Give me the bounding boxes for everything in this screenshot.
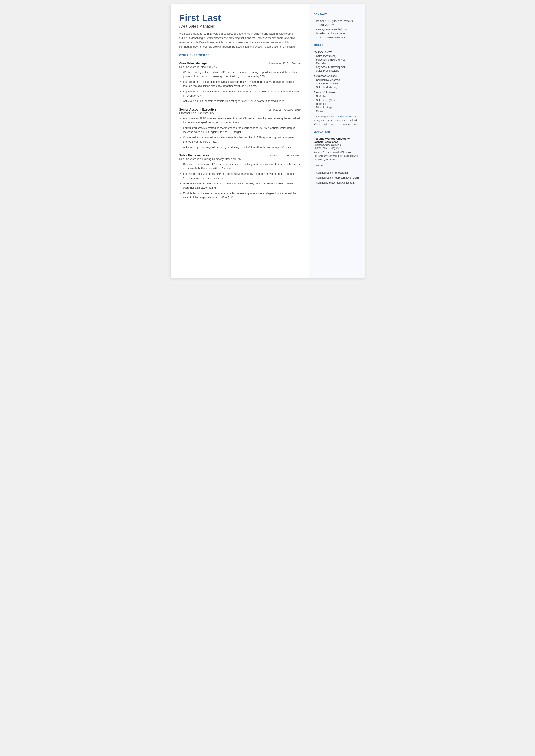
other-item-0: Certified Sales Professional.	[314, 171, 360, 175]
contact-divider	[314, 17, 360, 17]
contact-item-3: linkedin.com/in/username	[314, 32, 360, 35]
skill-0-2: Marketing	[314, 62, 360, 65]
other-item-2: Certified Management Consultant.	[314, 181, 360, 185]
skill-0-0: Sales (Advanced)	[314, 55, 360, 58]
job-block-3: Sales Representative June 2010 – January…	[179, 154, 301, 200]
bullet-2-3: Conceived and executed new sales strateg…	[179, 136, 301, 144]
education-block: Resume Worded University Bachelor of Sci…	[314, 137, 360, 162]
skill-1-0: Competitive Analysis	[314, 78, 360, 81]
job-company-1: Resume Worded, New York, NY	[179, 66, 301, 69]
left-column: First Last Area Sales Manager Area sales…	[171, 4, 309, 278]
skills-section-title: SKILLS	[314, 44, 360, 46]
bullet-3-4: Contributed to the overall company profi…	[179, 191, 301, 200]
edu-loc-date: Boston, MA — May 2010	[314, 147, 360, 150]
candidate-name: First Last	[179, 13, 301, 23]
bullet-3-3: Gained SalesForce MVP for consistently s…	[179, 182, 301, 190]
skill-1-2: Sales & Marketing	[314, 86, 360, 89]
contact-item-1: +1-234-456-789	[314, 24, 360, 27]
other-divider	[314, 168, 360, 168]
skill-0-1: Forecasting (Experienced)	[314, 58, 360, 61]
right-column: CONTACT Memphis, TN (Open to Remote) +1-…	[309, 4, 365, 278]
job-header-3: Sales Representative June 2010 – January…	[179, 154, 301, 157]
summary-text: Area sales manager with 10 years of succ…	[179, 32, 301, 49]
job-dates-1: November 2015 – Present	[269, 62, 301, 65]
bullet-3-1: Received referrals from 1.9K satisfied c…	[179, 162, 301, 171]
skill-2-1: Salesforce (CRM)	[314, 99, 360, 102]
job-block-2: Senior Account Executive June 2013 – Oct…	[179, 108, 301, 150]
job-block-1: Area Sales Manager November 2015 – Prese…	[179, 62, 301, 103]
bullet-1-4: Achieved an 80% customer satisfaction ra…	[179, 99, 301, 103]
contact-item-4: github.com/resumeworded	[314, 36, 360, 39]
work-experience-divider	[179, 58, 301, 58]
other-section-title: OTHER	[314, 164, 360, 167]
work-experience-section-title: WORK EXPERIENCE	[179, 54, 301, 57]
job-title-1: Area Sales Manager	[179, 62, 208, 65]
bullet-1-3: Implemented 14 sales strategies that boo…	[179, 90, 301, 98]
candidate-title: Area Sales Manager	[179, 24, 301, 29]
skill-0-3: Key Account Development	[314, 66, 360, 69]
bullet-1-2: Launched and executed innovative sales p…	[179, 80, 301, 88]
resume-worded-link[interactable]: Resume Worded	[336, 115, 354, 118]
education-section-title: EDUCATION	[314, 130, 360, 133]
contact-item-2: email@resumeworded.com	[314, 28, 360, 31]
skills-list-1: Competitive Analysis Sales Effectiveness…	[314, 78, 360, 89]
job-bullets-3: Received referrals from 1.9K satisfied c…	[179, 162, 301, 200]
resume-page: First Last Area Sales Manager Area sales…	[171, 4, 365, 278]
job-bullets-1: Worked directly in the field with 230 sa…	[179, 70, 301, 103]
job-header-2: Senior Account Executive June 2013 – Oct…	[179, 108, 301, 111]
job-dates-2: June 2013 – October 2015	[269, 108, 300, 111]
skill-1-1: Sales Effectiveness	[314, 82, 360, 85]
contact-section-title: CONTACT	[314, 13, 360, 15]
skill-2-2: HubSpot	[314, 102, 360, 105]
edu-field: Business Administration	[314, 144, 360, 147]
job-dates-3: June 2010 – January 2013	[269, 154, 300, 157]
skill-2-4: Minitab	[314, 110, 360, 113]
contact-list: Memphis, TN (Open to Remote) +1-234-456-…	[314, 20, 360, 39]
job-title-2: Senior Account Executive	[179, 108, 216, 111]
skill-2-0: NetSuite	[314, 95, 360, 98]
job-title-3: Sales Representative	[179, 154, 210, 157]
edu-school: Resume Worded University	[314, 137, 360, 140]
other-list: Certified Sales Professional. Certified …	[314, 171, 360, 185]
bullet-2-4: Achieved a productivity milestone by pro…	[179, 145, 301, 149]
skills-cat-title-1: Industry Knowledge:	[314, 74, 360, 77]
bullet-2-2: Formulated creative strategies that incr…	[179, 126, 301, 134]
edu-awards: Awards: Resume Worded Teaching Fellow (o…	[314, 151, 360, 162]
skills-list-2: NetSuite Salesforce (CRM) HubSpot MicroS…	[314, 95, 360, 113]
skills-list-0: Sales (Advanced) Forecasting (Experience…	[314, 55, 360, 72]
bullet-3-2: Increased sales volume by 40% in a compe…	[179, 172, 301, 181]
edu-degree: Bachelor of Science	[314, 141, 360, 144]
other-item-1: Certified Sales Representative (CSR).	[314, 176, 360, 180]
resume-worded-promo: • Don't forget to use Resume Worded to s…	[314, 115, 360, 126]
job-bullets-2: Accumulated $16M in sales revenue over t…	[179, 116, 301, 150]
skill-2-3: MicroStrategy	[314, 106, 360, 109]
contact-item-0: Memphis, TN (Open to Remote)	[314, 20, 360, 23]
job-company-2: Growthsi, San Francisco, CA	[179, 112, 301, 115]
bullet-1-1: Worked directly in the field with 230 sa…	[179, 70, 301, 79]
skills-cat-title-2: Tools and Software:	[314, 91, 360, 94]
job-company-3: Resume Worded's Exciting Company, New Yo…	[179, 157, 301, 160]
job-header-1: Area Sales Manager November 2015 – Prese…	[179, 62, 301, 65]
bullet-2-1: Accumulated $16M in sales revenue over t…	[179, 116, 301, 125]
skill-0-4: Sales Presentations	[314, 69, 360, 72]
skills-cat-title-0: Technical Skills:	[314, 50, 360, 53]
